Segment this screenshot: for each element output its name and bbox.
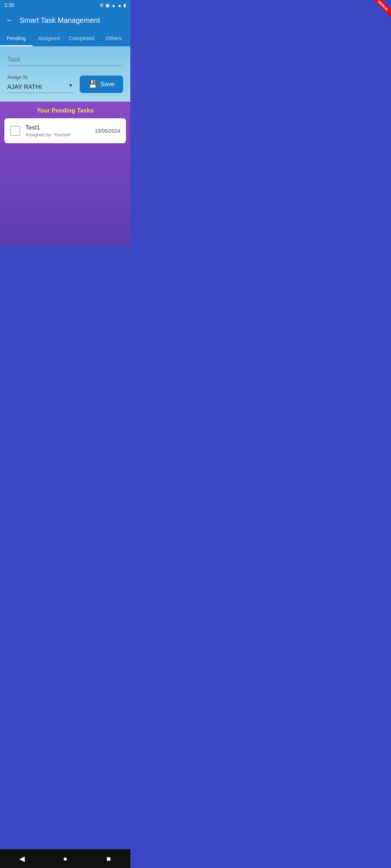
tabs-bar: Pending Assigned Completed Others	[0, 30, 130, 46]
status-bar: 2:30 ⚙ ▣ ▲ ▲ ▮	[0, 0, 130, 10]
pending-header: Your Pending Tasks	[0, 102, 130, 118]
task-input-wrapper	[7, 54, 123, 66]
settings-icon: ⚙	[100, 3, 104, 8]
battery-icon: ▮	[123, 3, 126, 8]
tab-assigned[interactable]: Assigned	[33, 30, 65, 46]
task-info: Test1 Assigned by: Yourself	[25, 124, 90, 137]
task-input[interactable]	[7, 54, 123, 66]
task-card: Test1 Assigned by: Yourself 19/05/2024	[4, 118, 126, 143]
assign-select-container: AJAY RATHI OTHER USER ▾	[7, 81, 74, 93]
app-bar: ← Smart Task Management	[0, 10, 130, 30]
assign-label: Assign To	[7, 75, 74, 80]
assign-row: Assign To AJAY RATHI OTHER USER ▾ 💾 Save	[7, 75, 123, 93]
status-time: 2:30	[4, 2, 14, 8]
wifi-icon: ▲	[117, 3, 122, 8]
assign-select[interactable]: AJAY RATHI OTHER USER	[7, 81, 74, 93]
tab-completed[interactable]: Completed	[65, 30, 98, 46]
pending-section: Your Pending Tasks Test1 Assigned by: Yo…	[0, 102, 130, 246]
save-label: Save	[100, 81, 114, 88]
task-title: Test1	[25, 124, 90, 131]
task-form: Assign To AJAY RATHI OTHER USER ▾ 💾 Save	[0, 46, 130, 102]
status-icons: ⚙ ▣ ▲ ▲ ▮	[100, 3, 126, 8]
save-icon: 💾	[88, 80, 97, 89]
tab-others[interactable]: Others	[98, 30, 130, 46]
assign-select-wrapper: Assign To AJAY RATHI OTHER USER ▾	[7, 75, 74, 93]
signal-icon: ▲	[111, 3, 116, 8]
tab-pending[interactable]: Pending	[0, 30, 33, 46]
task-date: 19/05/2024	[95, 128, 120, 134]
save-button[interactable]: 💾 Save	[80, 76, 123, 93]
back-button[interactable]: ←	[6, 16, 14, 25]
task-assigned-by: Assigned by: Yourself	[25, 132, 90, 137]
app-title: Smart Task Management	[20, 16, 125, 25]
sim-icon: ▣	[105, 3, 110, 8]
task-checkbox[interactable]	[10, 126, 20, 136]
